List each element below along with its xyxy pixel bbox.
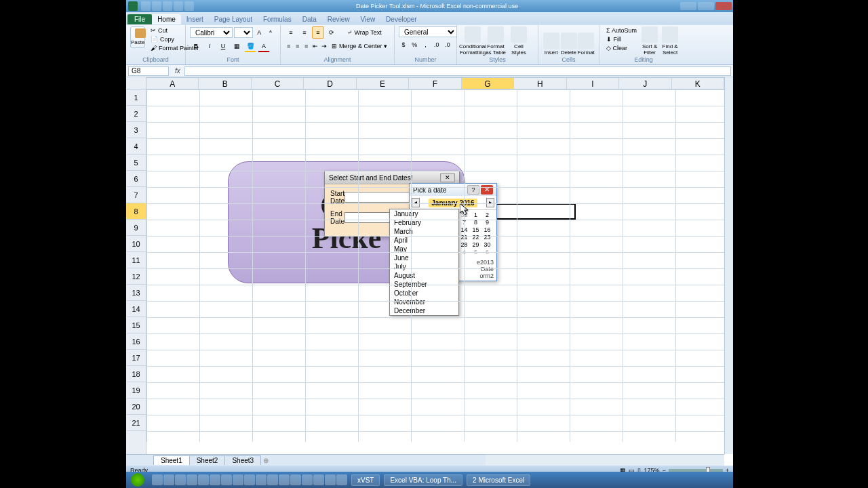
tab-home[interactable]: Home [152,14,181,24]
column-header[interactable]: F [409,78,461,89]
taskbar-pinned-icon[interactable] [256,474,267,485]
month-option[interactable]: October [390,289,458,298]
calendar-day[interactable]: 22 [470,234,481,241]
fill-color-button[interactable]: 🪣 [244,40,256,52]
row-header[interactable]: 11 [126,252,146,268]
row-header[interactable]: 12 [126,268,146,285]
calendar-day[interactable]: 16 [481,226,493,234]
maximize-button[interactable] [698,2,714,10]
sheet-tab-1[interactable]: Sheet1 [153,455,190,465]
taskbar-pinned-icon[interactable] [221,474,232,485]
taskbar-pinned-icon[interactable] [163,474,174,485]
autosum-button[interactable]: Σ AutoSum [604,26,639,35]
calendar-day[interactable]: 15 [470,226,481,234]
row-header[interactable]: 6 [126,171,146,187]
vertical-scrollbar[interactable] [724,77,733,454]
task-item-2[interactable]: Excel VBA: Loop Th... [384,474,462,486]
currency-icon[interactable]: $ [399,39,408,51]
align-middle-icon[interactable]: ≡ [298,26,311,39]
taskbar-pinned-icon[interactable] [267,474,278,485]
horizontal-scrollbar[interactable] [486,454,724,466]
task-item-3[interactable]: 2 Microsoft Excel [467,474,530,486]
column-header[interactable]: J [619,78,671,89]
orientation-icon[interactable]: ⟳ [326,26,338,39]
font-name-select[interactable]: Calibri [190,27,233,38]
month-option[interactable]: January [390,209,458,218]
wrap-text-button[interactable]: ⤶ Wrap Text [344,28,384,37]
row-header[interactable]: 10 [126,236,146,252]
month-option[interactable]: November [390,298,458,306]
new-sheet-icon[interactable]: ⊕ [263,457,269,464]
column-header[interactable]: I [567,78,619,89]
format-button[interactable]: Format [577,26,595,56]
calendar-day[interactable]: 1 [470,211,481,219]
month-option[interactable]: March [390,227,458,236]
dialog-close-button[interactable]: ✕ [440,173,455,182]
row-header[interactable]: 16 [126,333,146,350]
taskbar-pinned-icon[interactable] [290,474,301,485]
row-header[interactable]: 13 [126,285,146,301]
row-header[interactable]: 4 [126,138,146,155]
row-header[interactable]: 8 [126,203,146,220]
qat-undo-icon[interactable] [152,1,161,11]
column-header[interactable]: K [672,78,724,89]
qat-redo-icon[interactable] [163,1,172,11]
indent-dec-icon[interactable]: ⇤ [311,40,319,52]
row-header[interactable]: 5 [126,155,146,171]
sheet-tab-2[interactable]: Sheet2 [189,455,226,465]
column-header[interactable]: E [357,78,409,89]
tab-file[interactable]: File [127,14,152,24]
row-header[interactable]: 7 [126,187,146,203]
qat-icon[interactable] [174,1,183,11]
task-item-1[interactable]: xVST [351,474,380,486]
calendar-day[interactable]: 29 [470,241,481,249]
cell-styles-button[interactable]: Cell Styles [507,26,530,56]
row-header[interactable]: 14 [126,301,146,317]
month-option[interactable]: December [390,306,458,315]
start-button[interactable] [126,472,149,488]
font-color-button[interactable]: A [258,40,270,52]
align-left-icon[interactable]: ≡ [285,40,292,52]
calendar-day[interactable]: 30 [481,241,493,249]
row-header[interactable]: 1 [126,89,146,106]
row-header[interactable]: 3 [126,122,146,138]
month-option[interactable]: April [390,236,458,245]
find-select-button[interactable]: Find & Select [660,26,680,56]
clear-button[interactable]: ◇ Clear [604,44,639,52]
tab-view[interactable]: View [355,14,381,24]
tab-review[interactable]: Review [322,14,355,24]
delete-button[interactable]: Delete [560,26,578,56]
tab-data[interactable]: Data [297,14,322,24]
active-cell[interactable] [494,203,576,220]
sort-filter-button[interactable]: Sort & Filter [639,26,660,56]
column-header[interactable]: G [462,78,514,89]
fx-icon[interactable]: fx [175,67,180,75]
inc-decimal-icon[interactable]: .0 [432,39,441,51]
minimize-button[interactable] [680,2,696,10]
row-header[interactable]: 15 [126,317,146,333]
tab-insert[interactable]: Insert [181,14,209,24]
taskbar-pinned-icon[interactable] [325,474,336,485]
merge-center-button[interactable]: ⊞ Merge & Center ▾ [329,42,390,50]
taskbar-pinned-icon[interactable] [186,474,197,485]
zoom-slider[interactable] [669,469,723,472]
row-header[interactable]: 19 [126,382,146,399]
taskbar-pinned-icon[interactable] [244,474,255,485]
align-right-icon[interactable]: ≡ [302,40,310,52]
qat-icon[interactable] [184,1,194,11]
underline-button[interactable]: U [217,40,229,52]
row-header[interactable]: 18 [126,366,146,382]
column-header[interactable]: C [252,78,304,89]
row-header[interactable]: 9 [126,220,146,236]
tab-formulas[interactable]: Formulas [258,14,297,24]
taskbar-pinned-icon[interactable] [152,474,163,485]
fill-button[interactable]: ⬇ Fill [604,35,639,43]
row-header[interactable]: 17 [126,350,146,366]
select-all-corner[interactable] [126,77,146,89]
comma-icon[interactable]: , [420,39,430,51]
taskbar-pinned-icon[interactable] [233,474,243,485]
sheet-tab-3[interactable]: Sheet3 [224,455,261,465]
taskbar-pinned-icon[interactable] [313,474,324,485]
column-header[interactable]: H [514,78,566,89]
taskbar-pinned-icon[interactable] [336,474,347,485]
